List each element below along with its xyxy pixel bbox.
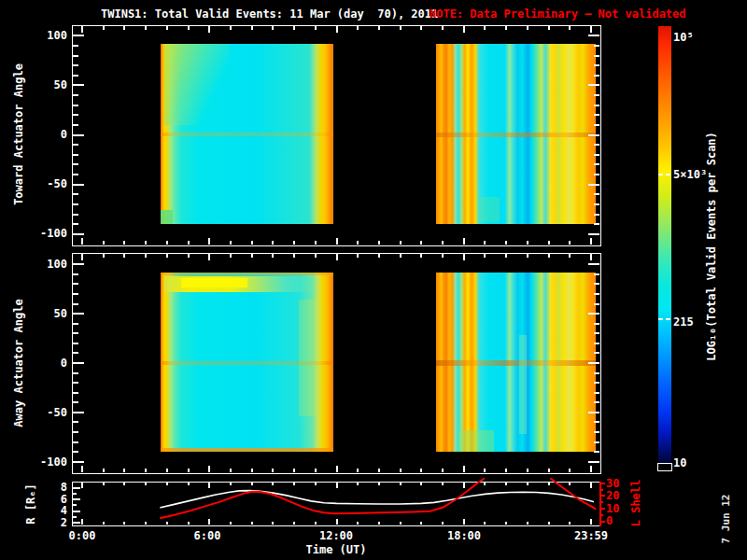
- away-ytick: [588, 313, 599, 315]
- away-ytick: [73, 273, 78, 275]
- lshell-ytick-label: 10: [606, 502, 638, 515]
- lshell-ytick-label: 30: [606, 477, 638, 490]
- twins-total-valid-events-plot: TWINS1: Total Valid Events: 11 Mar (day …: [0, 0, 747, 560]
- ephemeris-xtick: [315, 483, 317, 485]
- toward-xtick: [208, 26, 210, 33]
- away-xtick: [378, 469, 380, 472]
- away-ytick: [588, 412, 599, 413]
- toward-xtick: [251, 241, 253, 245]
- away-xtick: [527, 254, 529, 258]
- colorbar: [658, 26, 671, 464]
- toward-ytick: [594, 124, 599, 126]
- away-ytick: [73, 401, 78, 403]
- toward-ytick: [73, 184, 84, 186]
- away-xtick: [123, 469, 125, 472]
- away-spectrogram-overlay: [436, 360, 595, 366]
- away-ytick: [594, 303, 599, 305]
- away-ytick-label: 50: [34, 307, 67, 320]
- toward-xtick: [315, 26, 317, 30]
- away-ytick: [73, 323, 78, 325]
- toward-ytick: [588, 184, 599, 186]
- away-ytick: [73, 332, 78, 334]
- colorbar-title: LOG₁₀(Total Valid Events per Scan): [705, 132, 718, 361]
- colorbar-tick-label: 10⁵: [673, 31, 694, 44]
- away-spectrogram-overlay: [161, 273, 333, 275]
- ephemeris-xtick: [208, 483, 210, 488]
- away-ytick-label: -50: [34, 406, 67, 419]
- toward-xtick: [315, 241, 317, 245]
- ephemeris-xtick: [123, 522, 125, 525]
- away-ytick: [73, 303, 78, 305]
- xtick-label: 0:00: [69, 529, 96, 542]
- toward-xtick: [548, 26, 550, 30]
- toward-ytick-label: -50: [34, 177, 67, 190]
- away-xtick: [272, 254, 274, 258]
- xtick-label: 23:59: [574, 529, 608, 542]
- ephemeris-xtick: [569, 483, 571, 485]
- toward-ytick: [73, 84, 84, 86]
- toward-ytick: [594, 114, 599, 116]
- away-xtick: [166, 254, 168, 258]
- away-ytick: [588, 263, 599, 265]
- lshell-ytick: [600, 495, 605, 497]
- toward-ytick: [73, 154, 78, 156]
- toward-xtick: [166, 241, 168, 245]
- away-ytick: [73, 451, 78, 453]
- r-ytick: [73, 511, 80, 512]
- away-ytick: [594, 372, 599, 374]
- away-xtick: [400, 254, 402, 258]
- toward-xtick: [378, 241, 380, 245]
- ephemeris-xtick: [208, 519, 210, 525]
- toward-ytick: [73, 203, 78, 205]
- r-ytick-label: 4: [34, 504, 67, 517]
- away-xtick: [145, 469, 147, 472]
- ephemeris-xtick: [590, 483, 592, 488]
- ephemeris-xtick: [272, 522, 274, 525]
- ephemeris-xtick: [548, 483, 550, 485]
- away-ytick: [73, 293, 78, 295]
- ephemeris-xtick: [484, 522, 486, 525]
- toward-ytick: [594, 144, 599, 146]
- r-ytick: [73, 487, 80, 489]
- away-xtick: [81, 254, 83, 260]
- toward-xtick: [590, 238, 592, 245]
- ephemeris-xtick: [590, 519, 592, 525]
- page-title: TWINS1: Total Valid Events: 11 Mar (day …: [101, 7, 438, 21]
- colorbar-bottom-box: [657, 463, 672, 471]
- away-ytick: [588, 362, 599, 364]
- r-ytick-label: 2: [34, 516, 67, 529]
- toward-xtick: [81, 26, 83, 33]
- lshell-ytick-label: 0: [606, 514, 638, 527]
- away-ytick: [73, 283, 78, 285]
- toward-xtick: [569, 26, 571, 30]
- toward-xtick: [293, 26, 295, 30]
- toward-ytick: [73, 105, 78, 106]
- away-xtick: [505, 469, 507, 472]
- away-xtick: [251, 469, 253, 472]
- colorbar-dash: [658, 318, 663, 320]
- ephemeris-xtick: [272, 483, 274, 485]
- away-xtick: [442, 254, 444, 258]
- lshell-ytick-label: 20: [606, 489, 638, 502]
- away-xtick: [336, 254, 338, 260]
- toward-xtick: [145, 26, 147, 30]
- toward-spectrogram-overlay: [436, 133, 595, 136]
- away-ytick: [594, 343, 599, 344]
- toward-xtick: [166, 26, 168, 30]
- ephemeris-xtick: [357, 483, 359, 485]
- ephemeris-xtick: [166, 522, 168, 525]
- ephemeris-xtick: [336, 519, 338, 525]
- away-ytick-label: 100: [34, 258, 67, 271]
- away-xtick: [463, 466, 465, 472]
- away-ytick: [594, 441, 599, 443]
- away-xtick: [272, 469, 274, 472]
- away-ytick: [594, 392, 599, 394]
- away-ytick-label: 0: [34, 357, 67, 370]
- r-ytick: [73, 522, 80, 524]
- toward-xtick: [569, 241, 571, 245]
- ephemeris-xtick: [442, 522, 444, 525]
- toward-ytick: [594, 105, 599, 106]
- toward-xtick: [123, 241, 125, 245]
- toward-ytick: [588, 134, 599, 136]
- away-ytick: [73, 412, 84, 413]
